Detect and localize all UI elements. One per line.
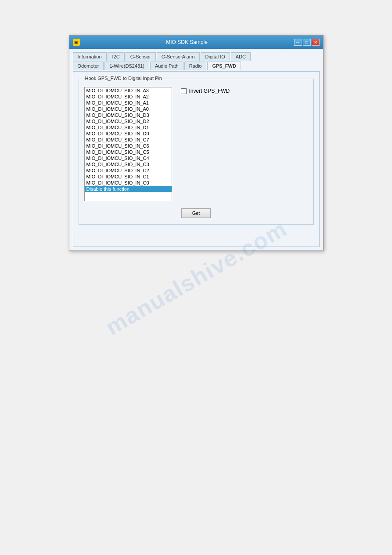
list-item[interactable]: MIO_DI_IOMCU_SIO_IN_C2	[85, 167, 172, 174]
tab-row-1: Information I2C G-Sensor G-SensorAlarm D…	[73, 52, 320, 61]
list-item[interactable]: MIO_DI_IOMCU_SIO_IN_C3	[85, 161, 172, 167]
tab-adc[interactable]: ADC	[231, 52, 251, 61]
window-body: Information I2C G-Sensor G-SensorAlarm D…	[69, 49, 323, 250]
list-item[interactable]: MIO_DI_IOMCU_SIO_IN_A0	[85, 106, 172, 112]
window-title: MIO SDK Sample	[80, 39, 294, 45]
list-item[interactable]: MIO_DI_IOMCU_SIO_IN_D1	[85, 124, 172, 131]
invert-gps-fwd-checkbox[interactable]	[181, 88, 187, 94]
list-item[interactable]: MIO_DI_IOMCU_SIO_IN_A1	[85, 100, 172, 106]
list-item[interactable]: MIO_DI_IOMCU_SIO_IN_D3	[85, 112, 172, 118]
close-button[interactable]: ✕	[312, 39, 320, 46]
digital-input-list[interactable]: MIO_DI_IOMCU_SIO_IN_A3 MIO_DI_IOMCU_SIO_…	[84, 87, 172, 201]
tab-radio[interactable]: Radio	[184, 62, 207, 70]
tab-gps-fwd[interactable]: GPS_FWD	[207, 62, 241, 70]
minimize-button[interactable]: ─	[294, 39, 302, 46]
list-item[interactable]: MIO_DI_IOMCU_SIO_IN_A3	[85, 87, 172, 94]
list-item[interactable]: MIO_DI_IOMCU_SIO_IN_D0	[85, 131, 172, 137]
tab-g-sensor-alarm[interactable]: G-SensorAlarm	[157, 52, 200, 61]
app-icon: ▣	[73, 39, 80, 46]
get-button[interactable]: Get	[181, 208, 211, 218]
right-panel: Invert GPS_FWD	[181, 87, 230, 201]
application-window: ▣ MIO SDK Sample ─ □ ✕ Information I2C G…	[69, 35, 324, 251]
list-item[interactable]: MIO_DI_IOMCU_SIO_IN_C7	[85, 137, 172, 143]
get-button-row: Get	[84, 208, 308, 218]
tab-content-gps-fwd: Hook GPS_FWD to Digital Input Pin MIO_DI…	[73, 71, 320, 247]
tab-audio-path[interactable]: Audio Path	[150, 62, 183, 70]
list-item[interactable]: MIO_DI_IOMCU_SIO_IN_C1	[85, 174, 172, 180]
group-box-legend: Hook GPS_FWD to Digital Input Pin	[83, 76, 164, 81]
list-item-disable[interactable]: Disable this function	[85, 186, 172, 192]
title-bar: ▣ MIO SDK Sample ─ □ ✕	[69, 36, 323, 49]
tab-g-sensor[interactable]: G-Sensor	[126, 52, 156, 61]
maximize-button[interactable]: □	[303, 39, 311, 46]
list-item[interactable]: MIO_DI_IOMCU_SIO_IN_C5	[85, 149, 172, 155]
list-item[interactable]: MIO_DI_IOMCU_SIO_IN_D2	[85, 118, 172, 124]
tab-i2c[interactable]: I2C	[108, 52, 125, 61]
list-item[interactable]: MIO_DI_IOMCU_SIO_IN_C4	[85, 155, 172, 161]
tab-odometer[interactable]: Odometer	[73, 62, 104, 70]
tab-1-wire[interactable]: 1-Wire(DS2431)	[104, 62, 149, 70]
list-item[interactable]: MIO_DI_IOMCU_SIO_IN_C6	[85, 143, 172, 149]
tab-row-2: Odometer 1-Wire(DS2431) Audio Path Radio…	[73, 62, 320, 70]
list-box-container: MIO_DI_IOMCU_SIO_IN_A3 MIO_DI_IOMCU_SIO_…	[84, 87, 172, 201]
tab-information[interactable]: Information	[73, 52, 107, 61]
list-item[interactable]: MIO_DI_IOMCU_SIO_IN_A2	[85, 94, 172, 100]
title-bar-buttons: ─ □ ✕	[294, 39, 320, 46]
list-item[interactable]: MIO_DI_IOMCU_SIO_IN_C0	[85, 180, 172, 186]
group-content: MIO_DI_IOMCU_SIO_IN_A3 MIO_DI_IOMCU_SIO_…	[84, 87, 308, 201]
tab-digital-io[interactable]: Digital IO	[201, 52, 230, 61]
group-box-hook-gps: Hook GPS_FWD to Digital Input Pin MIO_DI…	[79, 79, 314, 225]
invert-gps-fwd-label: Invert GPS_FWD	[189, 88, 230, 94]
invert-gps-fwd-row: Invert GPS_FWD	[181, 88, 230, 94]
